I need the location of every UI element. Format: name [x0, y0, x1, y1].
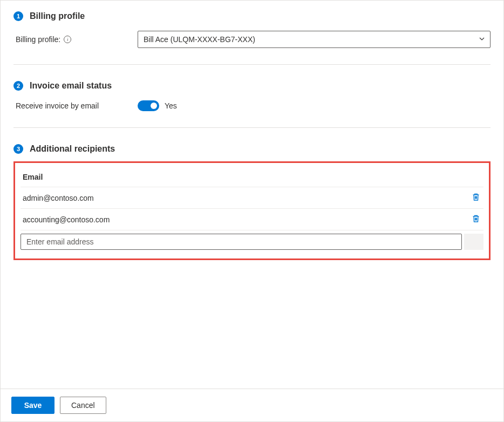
footer: Save Cancel [1, 389, 503, 421]
billing-profile-label: Billing profile: i [16, 35, 138, 44]
billing-profile-select[interactable]: Bill Ace (ULQM-XXXX-BG7-XXX) [138, 31, 491, 48]
step-badge-3: 3 [13, 144, 23, 154]
cancel-button[interactable]: Cancel [60, 397, 106, 414]
section-title: Billing profile [30, 11, 85, 21]
billing-profile-section: 1 Billing profile Billing profile: i Bil… [13, 11, 491, 64]
trash-icon [472, 193, 480, 203]
additional-recipients-section: 3 Additional recipients Email admin@cont… [13, 144, 491, 276]
step-badge-2: 2 [13, 81, 23, 91]
section-title: Invoice email status [30, 81, 112, 91]
step-badge-1: 1 [13, 11, 23, 21]
billing-profile-selected: Bill Ace (ULQM-XXXX-BG7-XXX) [144, 35, 255, 44]
receive-invoice-toggle[interactable] [138, 100, 159, 111]
recipient-row: accounting@contoso.com [21, 209, 483, 230]
section-header: 2 Invoice email status [13, 81, 491, 91]
info-icon[interactable]: i [64, 36, 71, 43]
section-title: Additional recipients [30, 144, 115, 154]
email-column-header: Email [21, 171, 483, 187]
save-button[interactable]: Save [11, 397, 55, 414]
divider [13, 127, 491, 128]
section-header: 1 Billing profile [13, 11, 491, 21]
toggle-state-label: Yes [165, 101, 177, 110]
delete-recipient-button[interactable] [471, 213, 481, 226]
recipient-email: admin@contoso.com [23, 194, 94, 202]
recipient-email: accounting@contoso.com [23, 215, 110, 224]
recipient-row: admin@contoso.com [21, 187, 483, 209]
delete-recipient-button[interactable] [471, 192, 481, 204]
toggle-thumb [151, 103, 157, 109]
recipients-highlighted-box: Email admin@contoso.com [13, 161, 491, 260]
divider [13, 64, 491, 65]
input-action-area [464, 234, 483, 250]
receive-invoice-label: Receive invoice by email [16, 101, 138, 110]
email-address-input[interactable] [21, 234, 462, 250]
invoice-email-status-section: 2 Invoice email status Receive invoice b… [13, 81, 491, 127]
section-header: 3 Additional recipients [13, 144, 491, 154]
trash-icon [472, 214, 480, 224]
